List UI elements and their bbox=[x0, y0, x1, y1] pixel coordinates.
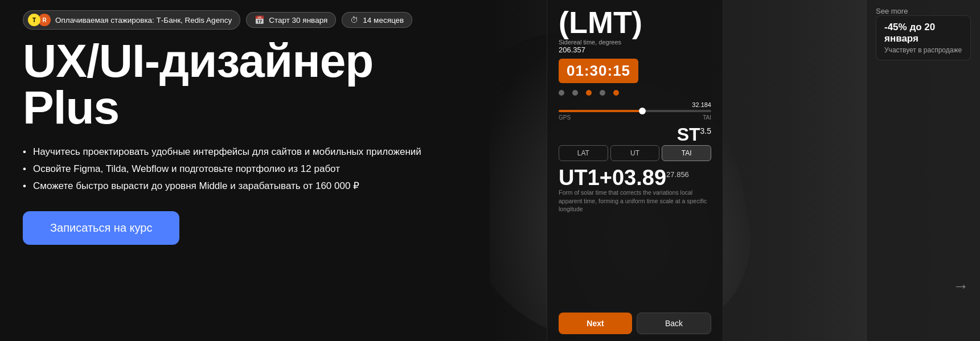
slider-labels: GPS TAI bbox=[559, 114, 711, 121]
bullet-2: Освойте Figma, Tilda, Webflow и подготов… bbox=[23, 161, 467, 178]
sidereal-value: 206.357 bbox=[559, 46, 711, 54]
ut-value: UT1+03.8927.856 bbox=[559, 166, 689, 190]
start-date-badge: 📅 Старт 30 января bbox=[246, 12, 336, 28]
dot-3 bbox=[586, 90, 592, 96]
see-more-label: See more bbox=[876, 7, 971, 15]
tai-slider-label: TAI bbox=[703, 114, 711, 121]
internship-label: Оплачиваемая стажировка: Т-Банк, Redis A… bbox=[55, 16, 232, 24]
left-content: T R Оплачиваемая стажировка: Т-Банк, Red… bbox=[0, 0, 490, 341]
top-bar: T R Оплачиваемая стажировка: Т-Банк, Red… bbox=[23, 10, 467, 30]
slider-thumb bbox=[639, 108, 646, 114]
back-button[interactable]: Back bbox=[637, 313, 711, 334]
internship-badge: T R Оплачиваемая стажировка: Т-Банк, Red… bbox=[23, 10, 240, 30]
tab-ut[interactable]: UT bbox=[610, 145, 660, 161]
duration-badge: ⏱ 14 месяцев bbox=[342, 12, 412, 28]
dots-row bbox=[559, 90, 711, 96]
dot-1 bbox=[559, 90, 564, 96]
action-row: Next Back bbox=[559, 313, 711, 334]
dot-2 bbox=[572, 90, 578, 96]
ut-description: Form of solar time that corrects the var… bbox=[559, 188, 711, 213]
dot-5 bbox=[613, 90, 619, 96]
tab-tai[interactable]: TAI bbox=[662, 145, 711, 161]
lmt-title: (LMT) bbox=[559, 7, 711, 38]
slider-value: 32.184 bbox=[559, 101, 711, 108]
clock-icon: ⏱ bbox=[350, 15, 358, 24]
badge-icons: T R bbox=[28, 14, 51, 26]
slider-fill bbox=[559, 110, 642, 112]
slider-track[interactable] bbox=[559, 110, 711, 112]
hero-section: T R Оплачиваемая стажировка: Т-Банк, Red… bbox=[0, 0, 980, 341]
right-panel: (LMT) Sidereal time, degrees 206.357 01:… bbox=[490, 0, 980, 341]
cta-button[interactable]: Записаться на курс bbox=[23, 211, 179, 245]
start-date-label: Старт 30 января bbox=[269, 16, 327, 24]
tab-row: LAT UT TAI bbox=[559, 145, 711, 161]
duration-label: 14 месяцев bbox=[363, 16, 404, 24]
sale-percent: -45% до 20 января bbox=[884, 22, 962, 44]
bullet-3: Сможете быстро вырасти до уровня Middle … bbox=[23, 178, 467, 195]
bullet-1: Научитесь проектировать удобные интерфей… bbox=[23, 143, 467, 161]
time-widget: (LMT) Sidereal time, degrees 206.357 01:… bbox=[547, 0, 723, 341]
t-bank-icon: T bbox=[28, 14, 40, 26]
hero-title: UX/UI-дизайнер Plus bbox=[23, 38, 467, 131]
st-label: ST3.5 bbox=[677, 124, 711, 145]
gps-label: GPS bbox=[559, 114, 571, 121]
slider-row: 32.184 GPS TAI bbox=[559, 101, 711, 121]
sidereal-label: Sidereal time, degrees bbox=[559, 39, 711, 46]
sale-sub: Участвует в распродаже bbox=[884, 46, 962, 54]
calendar-icon: 📅 bbox=[255, 15, 264, 24]
dot-4 bbox=[600, 90, 605, 96]
next-button[interactable]: Next bbox=[559, 313, 632, 334]
timer-badge: 01:30:15 bbox=[559, 59, 638, 83]
hero-bullets-list: Научитесь проектировать удобные интерфей… bbox=[23, 143, 467, 194]
ut-value-row: UT1+03.8927.856 bbox=[559, 167, 711, 188]
tab-lat[interactable]: LAT bbox=[559, 145, 608, 161]
arrow-right-icon: → bbox=[953, 277, 969, 295]
sale-badge: -45% до 20 января Участвует в распродаже bbox=[876, 15, 971, 60]
